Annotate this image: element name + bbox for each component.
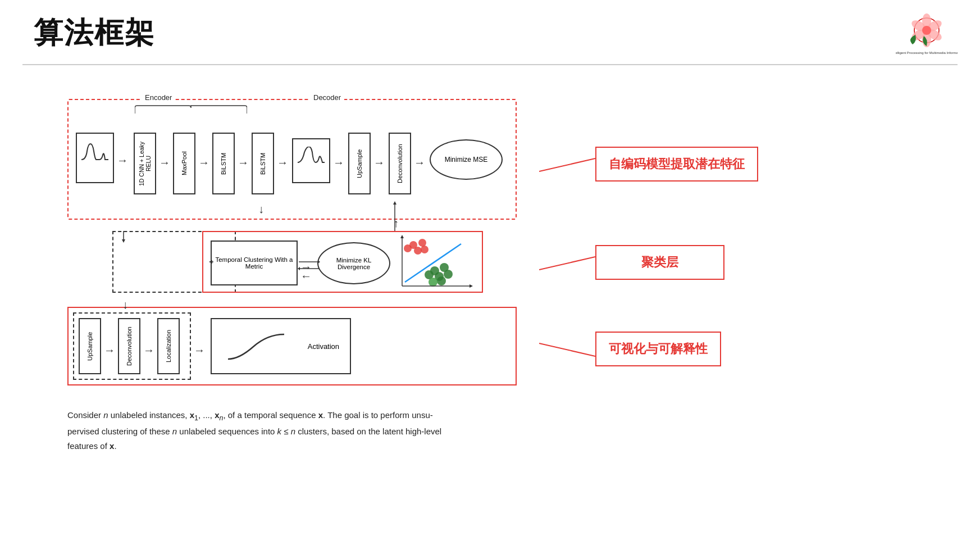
- svg-point-7: [922, 26, 931, 35]
- bilstm2-block: BiLSTM: [252, 133, 274, 194]
- activation-label: Activation: [308, 342, 339, 351]
- decoder-label: Decoder: [310, 93, 344, 102]
- svg-point-20: [437, 276, 446, 285]
- svg-point-10: [418, 239, 426, 247]
- bottom-line2: pervised clustering of these n unlabeled…: [67, 424, 441, 439]
- scatter-plot-icon: [396, 233, 475, 292]
- activation-box: Activation: [211, 318, 351, 374]
- activation-curve-icon: [222, 325, 295, 367]
- bottom-line1: Consider n unlabeled instances, x1, ...,…: [67, 408, 441, 424]
- header: 算法框架 Intelligent Processing for Multimed…: [0, 0, 980, 64]
- svg-point-11: [414, 247, 422, 255]
- encoder-label: Encoder: [142, 93, 175, 102]
- arrow4-icon: →: [238, 156, 249, 169]
- label1-connector: 自编码模型提取潜在特征: [539, 147, 758, 182]
- arrow1-icon: →: [117, 154, 128, 167]
- red-slash3-icon: [539, 341, 595, 357]
- svg-marker-23: [470, 284, 473, 288]
- red-slash1-icon: [539, 156, 595, 173]
- arrow12-icon: →: [194, 344, 205, 357]
- down-arrow1-icon: ↓: [258, 203, 264, 216]
- minimize-kl-oval: Minimize KL Divergence: [317, 242, 390, 284]
- maxpool-block: MaxPool: [173, 133, 195, 194]
- label3-connector: 可视化与可解释性: [539, 332, 721, 366]
- minimize-mse-oval: Minimize MSE: [430, 139, 503, 180]
- svg-point-21: [429, 278, 437, 287]
- arrow5-icon: →: [277, 156, 288, 169]
- temporal-clustering-block: Temporal Clustering With a Metric: [211, 241, 298, 285]
- arrow3-icon: →: [198, 156, 209, 169]
- svg-point-12: [404, 244, 412, 252]
- encoder-brace-icon: [135, 105, 247, 116]
- label1-box: 自编码模型提取潜在特征: [595, 147, 758, 182]
- upsample1-block: UpSample: [348, 133, 371, 194]
- svg-marker-25: [400, 235, 404, 238]
- bottom-line3: features of x.: [67, 439, 441, 453]
- mid-waveform-icon: [297, 147, 326, 175]
- input-waveform-icon: [80, 143, 110, 174]
- down-arrow2-icon: ↓: [122, 298, 128, 311]
- deconv1-block: Deconvolution: [389, 133, 411, 194]
- label3-box: 可视化与可解释性: [595, 332, 721, 366]
- label2-box: 聚类层: [595, 245, 724, 280]
- arrow8-icon: →: [414, 156, 425, 169]
- svg-point-13: [421, 246, 429, 253]
- cnn-block: 1D CNN + Leaky RELU: [134, 133, 156, 194]
- svg-line-28: [539, 343, 595, 356]
- arrow7-icon: →: [373, 156, 385, 169]
- arrow-back-icon: ←: [300, 270, 312, 283]
- arrow2-icon: →: [159, 156, 170, 169]
- bottom-text-block: Consider n unlabeled instances, x1, ...,…: [67, 408, 441, 453]
- bilstm1-block: BiLSTM: [212, 133, 235, 194]
- page-title: 算法框架: [34, 13, 155, 53]
- svg-point-19: [444, 270, 453, 279]
- svg-line-26: [539, 158, 595, 171]
- input-signal-box: [76, 133, 114, 183]
- svg-text:Intelligent Processing for Mul: Intelligent Processing for Multimedia In…: [896, 51, 958, 55]
- arrow6-icon: →: [333, 156, 344, 169]
- local-dashed-box: [73, 312, 191, 380]
- up-arrow1-icon: ↑: [393, 217, 399, 230]
- label2-connector: 聚类层: [539, 245, 724, 280]
- mid-signal-box: [292, 138, 330, 183]
- svg-line-27: [539, 257, 595, 270]
- red-slash2-icon: [539, 254, 595, 271]
- logo-icon: Intelligent Processing for Multimedia In…: [896, 13, 958, 58]
